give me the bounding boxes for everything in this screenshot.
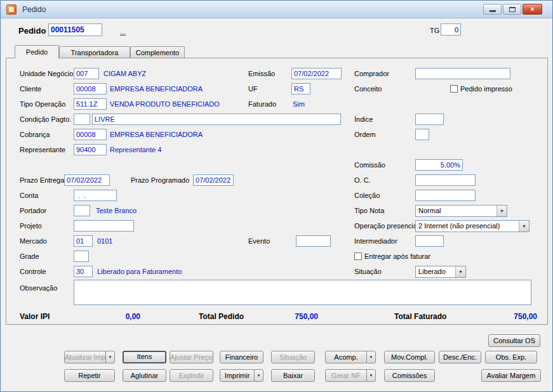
maximize-icon [509,7,516,12]
imprimir-dropdown-icon[interactable]: ▼ [254,369,263,382]
intermediador-label: Intermediador [354,235,397,247]
comprador-label: Comprador [354,68,389,79]
observacao-textarea[interactable] [74,280,531,305]
situacao-label: Situação [354,266,382,277]
operacao-presencial-label: Operação presencial [354,220,419,232]
representante-desc: Representante 4 [110,144,161,155]
prazo-entrega-input[interactable] [64,174,110,186]
representante-input[interactable] [74,144,107,155]
repetir-button[interactable]: Repetir [64,369,115,382]
tipo-nota-label: Tipo Nota [354,205,384,216]
cobranca-desc: EMPRESA BENEFICIADORA [110,129,203,140]
total-pedido-label: Total Pedido [199,312,244,321]
chevron-down-icon: ▼ [496,206,507,216]
consultar-os-button[interactable]: Consultar OS [488,334,540,347]
obs-exp-button[interactable]: Obs. Exp. [485,351,537,363]
portador-input[interactable] [74,205,90,216]
mercado-input[interactable] [74,235,93,247]
tab-pedido[interactable]: Pedido [15,45,59,58]
operacao-presencial-select[interactable]: 2 Internet (não presencial) ▼ [415,220,530,232]
ordem-label: Ordem [354,129,376,140]
grade-label: Grade [20,251,39,262]
observacao-label: Observação [20,282,57,294]
projeto-input[interactable] [74,220,134,232]
acomp-button[interactable]: Acomp. [325,351,367,363]
evento-input[interactable] [296,235,331,247]
unidade-negocio-input[interactable] [74,68,99,79]
cobranca-input[interactable] [74,129,107,140]
close-button[interactable]: × [523,4,542,15]
tipo-operacao-desc: VENDA PRODUTO BENEFICIADO [110,98,220,110]
situacao-value: Liberado [418,266,446,277]
chevron-down-icon: ▼ [455,266,465,277]
grade-input[interactable] [74,251,89,262]
pedido-impresso-label: Pedido impresso [460,84,512,93]
atualizar-imp-dropdown-icon[interactable]: ▼ [105,351,115,363]
ordem-input[interactable] [415,129,429,140]
gerar-nf-dropdown-icon[interactable]: ▼ [366,369,376,382]
oc-input[interactable] [415,174,476,186]
tipo-operacao-input[interactable] [74,98,107,110]
representante-label: Representante [20,144,65,155]
emissao-input[interactable] [291,68,342,79]
minimize-icon [490,10,496,12]
controle-input[interactable] [74,266,93,277]
desc-enc-button[interactable]: Desc./Enc. [439,351,481,363]
acomp-dropdown-icon[interactable]: ▼ [366,351,376,363]
aglutinar-button[interactable]: Aglutinar [123,369,166,382]
unidade-negocio-desc: CIGAM ABYZ [103,68,146,79]
condicao-pagto-code-input[interactable] [74,114,90,125]
comissao-input[interactable] [415,159,463,171]
avaliar-margem-button[interactable]: Avaliar Margem [481,369,541,382]
conta-input[interactable] [74,190,117,201]
pedido-field-label: Pedido [18,26,46,36]
portador-desc: Teste Branco [96,205,137,216]
itens-button[interactable]: Itens [123,351,166,363]
pedido-lookup-button[interactable]: ... [120,28,126,36]
mercado-label: Mercado [20,235,47,247]
mov-compl-button[interactable]: Mov.Compl. [384,351,435,363]
condicao-pagto-desc-input[interactable] [92,114,341,125]
tipo-nota-select[interactable]: Normal ▼ [415,205,507,217]
total-faturado-label: Total Faturado [394,312,446,321]
chevron-down-icon: ▼ [519,221,529,232]
comprador-input[interactable] [415,68,510,79]
unidade-negocio-label: Unidade Negócio [20,68,73,79]
total-faturado-value: 750,00 [486,312,537,321]
pedido-number-input[interactable] [48,23,102,36]
pedido-impresso-checkbox[interactable] [450,85,458,93]
cliente-desc: EMPRESA BENEFICIADORA [110,83,203,95]
colecao-input[interactable] [415,190,476,201]
tab-complemento[interactable]: Complemento [130,46,185,58]
intermediador-input[interactable] [415,235,444,247]
tg-input[interactable] [441,23,461,36]
cliente-input[interactable] [74,83,107,95]
tipo-operacao-label: Tipo Operação [20,98,65,110]
comissoes-button[interactable]: Comissões [384,369,435,382]
tab-transportadora[interactable]: Transportadora [59,46,130,58]
oc-label: O. C. [354,174,371,186]
portador-label: Portador [20,205,46,216]
indice-input[interactable] [415,114,444,125]
prazo-programado-input[interactable] [193,174,234,186]
controle-label: Controle [20,266,46,277]
imprimir-button[interactable]: Imprimir [220,369,255,382]
tipo-nota-value: Normal [418,206,441,216]
cobranca-label: Cobrança [20,129,50,140]
entregar-apos-faturar-checkbox[interactable] [354,252,362,260]
maximize-button[interactable] [503,4,521,15]
uf-input[interactable] [291,83,310,95]
pedido-window: Pedido × Pedido ... TG Pedido Transporta… [0,0,553,392]
baixar-button[interactable]: Baixar [271,369,315,382]
ajustar-precos-button: Ajustar Preços [170,351,213,363]
title-bar: Pedido × [1,1,552,18]
situacao-select[interactable]: Liberado ▼ [415,266,466,278]
financeiro-button[interactable]: Financeiro [220,351,263,363]
explodir-button: Explodir [170,369,213,382]
valor-ipi-value: 0,00 [90,312,140,321]
mercado-desc: 0101 [97,235,112,247]
prazo-programado-label: Prazo Programado [131,174,189,186]
minimize-button[interactable] [483,4,502,15]
valor-ipi-label: Valor IPI [20,312,50,321]
window-title: Pedido [22,5,46,14]
